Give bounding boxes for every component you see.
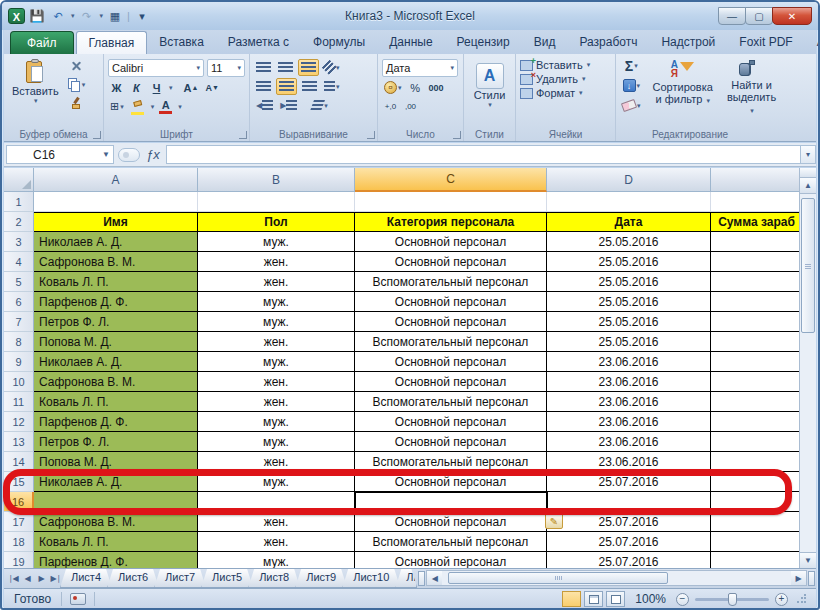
find-select-button[interactable]: Найти ивыделить ▾ <box>723 57 780 119</box>
scroll-right-icon[interactable]: ▶ <box>791 571 806 585</box>
cell[interactable]: 23.06.2016 <box>547 392 711 412</box>
cell[interactable]: Основной персонал <box>355 292 547 312</box>
page-break-view-button[interactable] <box>606 591 625 607</box>
row-header-15[interactable]: 15 <box>4 472 34 492</box>
cell[interactable]: Парфенов Д. Ф. <box>34 412 198 432</box>
cell[interactable] <box>547 192 711 212</box>
cell[interactable]: жен. <box>198 392 355 412</box>
align-left-button[interactable] <box>254 78 273 95</box>
cell[interactable] <box>711 312 803 332</box>
cell[interactable] <box>711 452 803 472</box>
ribbon-tab-разработч[interactable]: Разработч <box>567 31 649 54</box>
selected-cell-C16[interactable] <box>354 491 548 513</box>
cell[interactable]: 25.05.2016 <box>547 252 711 272</box>
ribbon-tab-данные[interactable]: Данные <box>377 31 444 54</box>
cell[interactable] <box>711 292 803 312</box>
sheet-tab-лист4[interactable]: Лист4 <box>60 569 112 588</box>
insert-options-smart-tag[interactable]: ✎ <box>545 513 563 529</box>
row-header-16[interactable]: 16 <box>4 492 34 512</box>
prev-sheet-icon[interactable]: ◀ <box>21 571 34 585</box>
cell[interactable]: Основной персонал <box>355 372 547 392</box>
ribbon-tab-вставка[interactable]: Вставка <box>147 31 216 54</box>
cell[interactable]: Основной персонал <box>355 412 547 432</box>
cell[interactable]: Петров Ф. Л. <box>34 432 198 452</box>
cell[interactable]: муж. <box>198 472 355 492</box>
number-dialog-launcher-icon[interactable] <box>453 131 461 139</box>
cell[interactable]: Коваль Л. П. <box>34 532 198 552</box>
alignment-dialog-launcher-icon[interactable] <box>367 131 375 139</box>
row-header-9[interactable]: 9 <box>4 352 34 372</box>
paste-button[interactable]: Вставить ▾ <box>8 57 63 112</box>
row-header-10[interactable]: 10 <box>4 372 34 392</box>
cell[interactable] <box>34 192 198 212</box>
cell[interactable]: Парфенов Д. Ф. <box>34 552 198 568</box>
row-header-2[interactable]: 2 <box>4 212 34 232</box>
italic-button[interactable]: К <box>128 79 145 96</box>
select-all-corner[interactable] <box>4 168 34 192</box>
formula-input[interactable] <box>166 145 800 164</box>
close-button[interactable]: ✕ <box>772 7 812 25</box>
cell[interactable]: 23.06.2016 <box>547 412 711 432</box>
cell[interactable]: Дата <box>547 212 711 232</box>
sheet-tab-лист9[interactable]: Лист9 <box>295 569 347 588</box>
cell[interactable]: Категория персонала <box>355 212 547 232</box>
cell[interactable] <box>711 352 803 372</box>
bold-button[interactable]: Ж <box>108 79 125 96</box>
resize-grip[interactable] <box>796 594 806 604</box>
ribbon-tab-формулы[interactable]: Формулы <box>301 31 377 54</box>
orientation-button[interactable]: ▾ <box>322 59 342 76</box>
cell[interactable]: Вспомогательный персонал <box>355 332 547 352</box>
sort-filter-button[interactable]: АЯ Сортировкаи фильтр ▾ <box>649 57 717 119</box>
borders-button[interactable]: ⊞▾ <box>108 98 126 115</box>
horizontal-scrollbar[interactable]: ◀ ▶ <box>426 570 807 586</box>
cell[interactable]: жен. <box>198 332 355 352</box>
cell[interactable]: Основной персонал <box>355 552 547 568</box>
cell[interactable]: Николаев А. Д. <box>34 472 198 492</box>
vertical-split-handle[interactable] <box>800 168 816 178</box>
align-middle-button[interactable] <box>276 59 295 76</box>
cell[interactable]: Основной персонал <box>355 352 547 372</box>
cell[interactable]: Основной персонал <box>355 432 547 452</box>
styles-button[interactable]: А Стили ▾ <box>468 61 511 111</box>
zoom-in-button[interactable]: + <box>775 593 788 606</box>
cell[interactable]: 23.06.2016 <box>547 452 711 472</box>
cell[interactable]: жен. <box>198 512 355 532</box>
cell[interactable] <box>711 472 803 492</box>
ribbon-tab-надстрой[interactable]: Надстрой <box>649 31 727 54</box>
page-layout-view-button[interactable] <box>584 591 603 607</box>
cell[interactable]: 25.07.2016 <box>547 472 711 492</box>
accounting-format-button[interactable]: ¤▾ <box>382 79 404 96</box>
cell[interactable]: Пол <box>198 212 355 232</box>
clipboard-dialog-launcher-icon[interactable] <box>93 131 101 139</box>
row-header-5[interactable]: 5 <box>4 272 34 292</box>
normal-view-button[interactable] <box>562 591 581 607</box>
tab-split-handle[interactable] <box>418 571 425 586</box>
cell[interactable]: Вспомогательный персонал <box>355 272 547 292</box>
cell[interactable] <box>711 332 803 352</box>
font-size-select[interactable]: 11▾ <box>207 59 245 77</box>
sheet-tab-лист10[interactable]: Лист10 <box>342 569 400 588</box>
cell[interactable]: 25.05.2016 <box>547 272 711 292</box>
cell[interactable] <box>711 412 803 432</box>
cell[interactable] <box>198 192 355 212</box>
row-header-4[interactable]: 4 <box>4 252 34 272</box>
underline-dropdown-icon[interactable]: ▾ <box>169 84 173 92</box>
cut-button[interactable] <box>65 57 88 74</box>
font-color-button[interactable]: А <box>157 98 174 115</box>
fill-button[interactable]: ↓▾ <box>620 77 643 94</box>
row-header-14[interactable]: 14 <box>4 452 34 472</box>
row-header-18[interactable]: 18 <box>4 532 34 552</box>
ribbon-tab-abbyy-pdf[interactable]: ABBYY PDF <box>805 31 820 54</box>
grow-font-button[interactable]: А▲ <box>182 79 201 96</box>
cell[interactable]: Сафронова В. М. <box>34 372 198 392</box>
cell[interactable] <box>711 272 803 292</box>
percent-style-button[interactable]: % <box>407 79 424 96</box>
cell[interactable]: 25.05.2016 <box>547 312 711 332</box>
zoom-out-button[interactable]: − <box>676 593 689 606</box>
row-header-7[interactable]: 7 <box>4 312 34 332</box>
cell[interactable]: жен. <box>198 452 355 472</box>
cell[interactable]: Петров Ф. Л. <box>34 312 198 332</box>
cell[interactable]: Основной персонал <box>355 512 547 532</box>
cell[interactable] <box>711 492 803 512</box>
cell[interactable] <box>711 392 803 412</box>
